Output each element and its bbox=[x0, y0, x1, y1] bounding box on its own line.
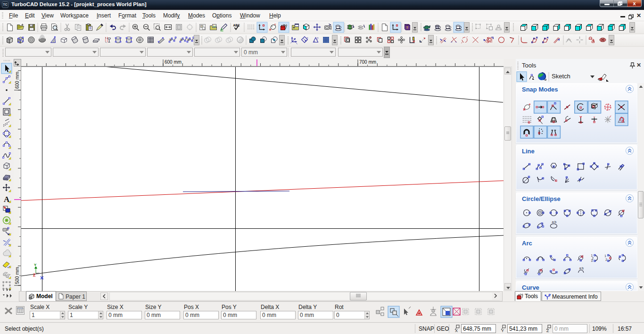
svg-text:1: 1 bbox=[604, 254, 606, 258]
svg-text:?: ? bbox=[317, 37, 319, 40]
svg-text:ABC: ABC bbox=[233, 24, 240, 27]
svg-text:3: 3 bbox=[591, 259, 593, 262]
svg-text:?: ? bbox=[548, 293, 551, 298]
svg-text:2: 2 bbox=[605, 258, 607, 261]
svg-text:Z: Z bbox=[33, 273, 36, 277]
svg-text:600 mm: 600 mm bbox=[165, 59, 182, 65]
svg-text:3D: 3D bbox=[180, 38, 183, 41]
svg-text:?: ? bbox=[406, 26, 408, 29]
svg-text:?: ? bbox=[306, 37, 308, 40]
svg-text:3D: 3D bbox=[169, 38, 173, 41]
svg-text:3D: 3D bbox=[187, 38, 190, 41]
svg-text:Y: Y bbox=[34, 263, 37, 267]
svg-text:a:b: a:b bbox=[552, 220, 556, 224]
svg-text:500 mm: 500 mm bbox=[15, 267, 20, 284]
svg-text:a:b: a:b bbox=[579, 267, 584, 270]
svg-text:700 mm: 700 mm bbox=[359, 59, 376, 65]
svg-text:600 mm: 600 mm bbox=[15, 72, 20, 89]
